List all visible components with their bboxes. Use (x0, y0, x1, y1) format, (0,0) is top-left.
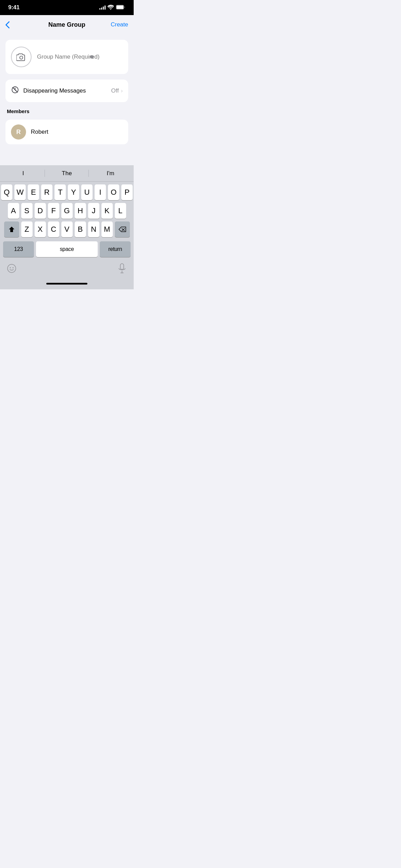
main-content: Disappearing Messages Off › Members R Ro… (0, 34, 134, 150)
home-bar (46, 283, 87, 285)
disappearing-icon (11, 86, 19, 96)
key-c[interactable]: C (48, 221, 59, 237)
keyboard: I The I'm Q W E R T Y U I O P A S D F G … (0, 165, 134, 289)
status-icons (99, 5, 125, 11)
key-s[interactable]: S (21, 203, 33, 219)
members-section: Members (5, 108, 128, 114)
key-q[interactable]: Q (1, 184, 12, 200)
mic-button[interactable] (114, 261, 130, 276)
signal-icon (99, 5, 106, 10)
key-g[interactable]: G (61, 203, 73, 219)
numbers-key[interactable]: 123 (3, 241, 34, 257)
key-b[interactable]: B (75, 221, 86, 237)
key-n[interactable]: N (88, 221, 99, 237)
disappearing-left: Disappearing Messages (11, 86, 86, 96)
chevron-right-icon: › (121, 88, 123, 94)
emoji-button[interactable] (4, 261, 19, 276)
disappearing-label: Disappearing Messages (23, 87, 86, 94)
key-r[interactable]: R (41, 184, 52, 200)
svg-point-7 (8, 264, 16, 273)
nav-bar: Name Group Create (0, 15, 134, 34)
key-l[interactable]: L (115, 203, 126, 219)
table-row: R Robert (5, 120, 128, 144)
svg-rect-10 (120, 264, 124, 269)
page-title: Name Group (26, 21, 108, 28)
key-o[interactable]: O (108, 184, 119, 200)
svg-point-2 (20, 56, 23, 59)
backspace-key[interactable] (115, 221, 130, 237)
key-v[interactable]: V (61, 221, 73, 237)
members-card: R Robert (5, 120, 128, 144)
space-key[interactable]: space (36, 241, 98, 257)
key-w[interactable]: W (14, 184, 26, 200)
battery-icon (116, 5, 125, 11)
create-button[interactable]: Create (108, 21, 128, 28)
camera-button[interactable] (11, 47, 32, 67)
group-name-input[interactable] (37, 53, 123, 60)
member-name: Robert (31, 129, 48, 135)
predictive-bar: I The I'm (0, 165, 134, 182)
group-name-card (5, 40, 128, 74)
key-e[interactable]: E (28, 184, 39, 200)
key-j[interactable]: J (88, 203, 99, 219)
key-row-3: Z X C V B N M (1, 221, 133, 237)
svg-point-9 (13, 267, 14, 268)
key-y[interactable]: Y (68, 184, 79, 200)
key-u[interactable]: U (81, 184, 93, 200)
key-p[interactable]: P (121, 184, 133, 200)
key-row-1: Q W E R T Y U I O P (1, 184, 133, 200)
home-indicator (0, 278, 134, 289)
key-i[interactable]: I (95, 184, 106, 200)
key-k[interactable]: K (101, 203, 113, 219)
wifi-icon (108, 5, 114, 11)
text-cursor (90, 55, 94, 59)
return-key[interactable]: return (100, 241, 131, 257)
key-row-bottom: 123 space return (1, 240, 133, 259)
key-z[interactable]: Z (21, 221, 33, 237)
group-name-input-wrapper[interactable] (37, 53, 123, 60)
svg-rect-1 (117, 5, 124, 9)
key-h[interactable]: H (75, 203, 86, 219)
keyboard-keys: Q W E R T Y U I O P A S D F G H J K L (0, 182, 134, 261)
predictive-word-3[interactable]: I'm (89, 167, 132, 180)
key-a[interactable]: A (8, 203, 19, 219)
members-label: Members (5, 108, 128, 114)
key-d[interactable]: D (35, 203, 46, 219)
status-bar: 9:41 (0, 0, 134, 15)
shift-key[interactable] (4, 221, 19, 237)
disappearing-messages-row[interactable]: Disappearing Messages Off › (5, 80, 128, 102)
key-m[interactable]: M (101, 221, 113, 237)
predictive-word-2[interactable]: The (45, 167, 88, 180)
key-t[interactable]: T (54, 184, 66, 200)
key-row-2: A S D F G H J K L (1, 203, 133, 219)
disappearing-right: Off › (111, 87, 123, 94)
back-button[interactable] (5, 21, 26, 28)
status-time: 9:41 (8, 4, 20, 11)
key-f[interactable]: F (48, 203, 59, 219)
avatar: R (11, 124, 26, 140)
svg-point-8 (10, 267, 11, 268)
predictive-word-1[interactable]: I (1, 167, 45, 180)
disappearing-value: Off (111, 87, 119, 94)
key-x[interactable]: X (35, 221, 46, 237)
